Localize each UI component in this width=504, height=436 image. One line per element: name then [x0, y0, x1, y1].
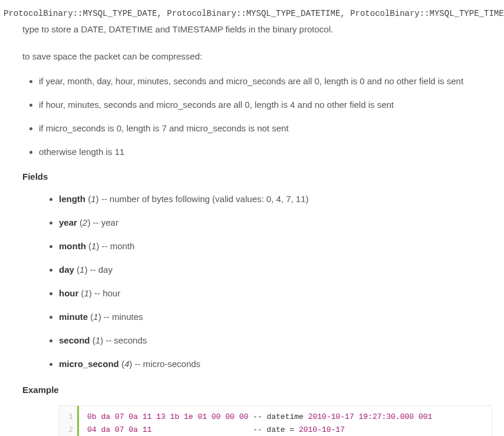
field-desc: micro-seconds: [143, 359, 201, 369]
field-item: length (1) -- number of bytes following …: [59, 192, 492, 206]
field-size: 1: [84, 288, 89, 298]
type-name-2: ProtocolBinary::MYSQL_TYPE_DATETIME: [167, 9, 340, 18]
field-name: month: [59, 241, 86, 251]
rule-item: if micro_seconds is 0, length is 7 and m…: [39, 121, 492, 136]
rule-item: if year, month, day, hour, minutes, seco…: [39, 74, 492, 88]
type-header: ProtocolBinary::MYSQL_TYPE_DATE, Protoco…: [4, 7, 492, 20]
field-size: 4: [124, 359, 129, 369]
example-heading: Example: [22, 383, 492, 397]
field-name: hour: [59, 288, 78, 298]
field-size: 1: [91, 241, 96, 251]
field-size: 1: [91, 194, 95, 204]
code-content: 0b da 07 0a 11 13 1b 1e 01 00 00 00 -- d…: [77, 406, 492, 436]
field-name: length: [59, 194, 85, 204]
field-desc: day: [98, 265, 113, 275]
fields-list: length (1) -- number of bytes following …: [22, 192, 492, 371]
compression-intro: to save space the packet can be compress…: [22, 49, 492, 64]
field-desc: seconds: [114, 335, 147, 345]
field-desc: year: [101, 217, 118, 227]
field-desc: number of bytes following (valid values:…: [110, 194, 309, 204]
field-desc: hour: [103, 288, 120, 298]
field-size: 2: [83, 217, 87, 227]
description: type to store a DATE, DATETIME and TIMES…: [22, 22, 492, 37]
fields-heading: Fields: [22, 170, 492, 184]
field-size: 1: [80, 265, 84, 275]
example-code-block: 123 0b da 07 0a 11 13 1b 1e 01 00 00 00 …: [59, 405, 492, 436]
field-item: micro_second (4) -- micro-seconds: [59, 357, 492, 371]
field-name: second: [59, 335, 90, 345]
field-name: day: [59, 265, 74, 275]
field-item: second (1) -- seconds: [59, 333, 492, 348]
type-name-3: ProtocolBinary::MYSQL_TYPE_TIMESTAMP: [350, 9, 504, 18]
field-name: micro_second: [59, 359, 119, 369]
field-size: 1: [93, 312, 98, 322]
rule-item: if hour, minutes, seconds and micro_seco…: [39, 98, 492, 112]
field-name: year: [59, 217, 77, 227]
field-desc: month: [110, 241, 135, 251]
type-name-1: ProtocolBinary::MYSQL_TYPE_DATE: [4, 9, 157, 18]
field-item: year (2) -- year: [59, 216, 492, 230]
compression-rules-list: if year, month, day, hour, minutes, seco…: [22, 74, 492, 159]
rule-item: otherwise length is 11: [39, 145, 492, 159]
field-item: minute (1) -- minutes: [59, 310, 492, 324]
field-item: hour (1) -- hour: [59, 286, 492, 300]
field-item: day (1) -- day: [59, 263, 492, 277]
field-name: minute: [59, 312, 88, 322]
field-item: month (1) -- month: [59, 239, 492, 253]
field-size: 1: [95, 335, 100, 345]
line-number-gutter: 123: [60, 406, 77, 436]
field-desc: minutes: [112, 312, 143, 322]
